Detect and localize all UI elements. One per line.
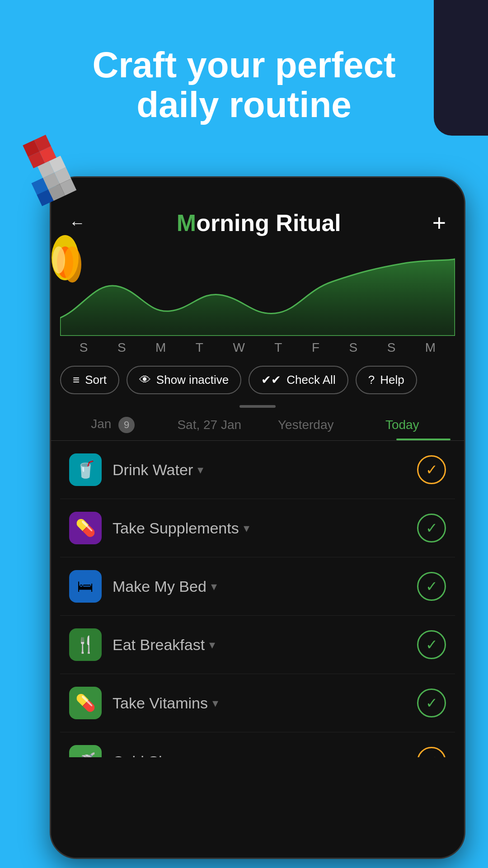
chevron-down-icon: ▾	[244, 521, 249, 535]
svg-point-15	[52, 246, 65, 274]
check-all-label: Check All	[286, 373, 335, 387]
tab-today-label: Today	[385, 418, 419, 432]
title-green-m: M	[177, 210, 196, 236]
sort-icon: ≡	[73, 373, 80, 387]
tab-active-indicator	[396, 439, 450, 440]
chevron-down-icon: ▾	[197, 463, 203, 477]
eye-icon: 👁	[139, 373, 151, 387]
hero-title: Craft your perfect daily routine	[0, 45, 488, 125]
help-label: Help	[380, 373, 404, 387]
chevron-down-icon: ▾	[209, 638, 215, 652]
list-item[interactable]: 🛏 Make My Bed ▾ ✓	[60, 557, 455, 616]
drag-handle	[239, 405, 276, 408]
habit-name-cold-shower: Cold Shower ▾	[113, 753, 406, 758]
corner-decoration	[434, 0, 488, 136]
check-all-button[interactable]: ✔✔ Check All	[249, 366, 348, 394]
chevron-down-icon: ▾	[205, 755, 211, 758]
tab-today[interactable]: Today	[354, 418, 451, 439]
habit-list: 🥤 Drink Water ▾ ✓ 💊 Take Supplements ▾ ✓…	[51, 441, 464, 757]
habit-icon-drink-water: 🥤	[69, 453, 102, 486]
rocket-illustration	[14, 118, 140, 298]
list-item[interactable]: 💊 Take Vitamins ▾ ✓	[60, 674, 455, 732]
check-drink-water[interactable]: ✓	[417, 455, 446, 484]
habit-icon-supplements: 💊	[69, 512, 102, 544]
check-make-bed[interactable]: ✓	[417, 572, 446, 601]
check-vitamins[interactable]: ✓	[417, 689, 446, 717]
tab-yesterday[interactable]: Yesterday	[258, 418, 354, 439]
list-item[interactable]: 🥤 Drink Water ▾ ✓	[60, 441, 455, 499]
screen-title: Morning Ritual	[177, 209, 341, 236]
habit-icon-make-bed: 🛏	[69, 570, 102, 603]
list-item[interactable]: 💊 Take Supplements ▾ ✓	[60, 499, 455, 557]
help-icon: ?	[368, 373, 375, 387]
tab-jan[interactable]: Jan 9	[65, 417, 161, 440]
add-button[interactable]: +	[432, 211, 446, 235]
date-tabs: Jan 9 Sat, 27 Jan Yesterday Today	[51, 412, 464, 441]
check-eat-breakfast[interactable]: ✓	[417, 630, 446, 659]
habit-icon-vitamins: 💊	[69, 687, 102, 719]
habit-name-vitamins: Take Vitamins ▾	[113, 694, 406, 712]
check-cold-shower[interactable]: ✓	[417, 747, 446, 757]
check-supplements[interactable]: ✓	[417, 514, 446, 542]
show-inactive-label: Show inactive	[156, 373, 229, 387]
tab-sat27-label: Sat, 27 Jan	[177, 418, 241, 432]
habit-name-eat-breakfast: Eat Breakfast ▾	[113, 636, 406, 654]
svg-point-14	[63, 246, 81, 283]
chevron-down-icon: ▾	[212, 696, 218, 710]
habit-name-make-bed: Make My Bed ▾	[113, 578, 406, 595]
habit-name-supplements: Take Supplements ▾	[113, 519, 406, 537]
tab-sat27[interactable]: Sat, 27 Jan	[161, 418, 258, 439]
show-inactive-button[interactable]: 👁 Show inactive	[127, 366, 241, 394]
sort-button[interactable]: ≡ Sort	[60, 366, 119, 394]
tab-yesterday-label: Yesterday	[278, 418, 334, 432]
chevron-down-icon: ▾	[211, 580, 217, 594]
day-labels: S S M T W T F S S M	[51, 336, 464, 359]
action-buttons-row: ≡ Sort 👁 Show inactive ✔✔ Check All ? He…	[51, 359, 464, 401]
title-rest: orning Ritual	[196, 210, 341, 236]
list-item[interactable]: 🍴 Eat Breakfast ▾ ✓	[60, 616, 455, 674]
phone-notch	[249, 186, 267, 204]
habit-icon-cold-shower: 🚿	[69, 745, 102, 757]
jan-badge: 9	[118, 417, 135, 433]
habit-name-drink-water: Drink Water ▾	[113, 461, 406, 479]
tab-jan-label: Jan	[91, 417, 111, 431]
list-item[interactable]: 🚿 Cold Shower ▾ ✓	[60, 732, 455, 757]
checkall-icon: ✔✔	[261, 373, 281, 387]
habit-icon-eat-breakfast: 🍴	[69, 628, 102, 661]
help-button[interactable]: ? Help	[356, 366, 417, 394]
sort-label: Sort	[85, 373, 107, 387]
